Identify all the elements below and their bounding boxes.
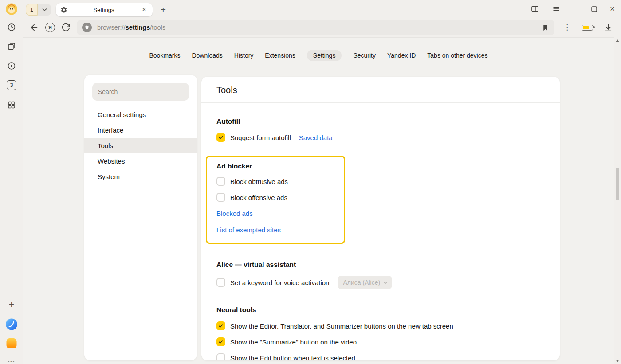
exempted-sites-link[interactable]: List of exempted sites [216, 225, 337, 235]
tab-extensions[interactable]: Extensions [265, 50, 295, 61]
scrollbar-thumb[interactable] [616, 168, 619, 200]
suggest-autofill-label: Suggest form autofill [230, 134, 291, 141]
minimize-button[interactable] [573, 9, 578, 9]
tab-yandex-id[interactable]: Yandex ID [387, 50, 416, 61]
alice-keyword-select-value: Алиса (Alice) [343, 279, 380, 286]
edit-button-checkbox[interactable] [216, 353, 225, 360]
chevron-down-icon [42, 8, 47, 12]
app-icon-orange[interactable] [6, 338, 17, 349]
page-title: Tools [216, 77, 545, 95]
neural-tools-heading: Neural tools [216, 306, 545, 314]
block-offensive-checkbox[interactable] [216, 193, 225, 202]
suggest-autofill-row: Suggest form autofill Saved data [216, 133, 545, 142]
check-icon [218, 134, 224, 141]
tabs-count-badge[interactable]: 3 [7, 80, 16, 90]
block-obtrusive-row: Block obtrusive ads [216, 176, 337, 186]
neural-row-edit-button: Show the Edit button when text is select… [216, 353, 545, 360]
title-bar: 1 Settings × + × [23, 0, 621, 18]
neural-row-summarize-video: Show the "Summarize" button on the video [216, 337, 545, 347]
new-tab-button[interactable]: + [158, 4, 168, 15]
tab-bookmarks[interactable]: Bookmarks [149, 50, 180, 61]
window-controls: × [531, 0, 615, 18]
autofill-heading: Autofill [216, 117, 545, 125]
search-input-wrap [92, 83, 189, 101]
address-bar[interactable]: browser://settings/tools [77, 20, 554, 35]
battery-fill [583, 26, 589, 29]
tab-security[interactable]: Security [353, 50, 376, 61]
profile-avatar[interactable] [6, 3, 18, 15]
editor-buttons-checkbox[interactable] [216, 321, 225, 330]
toolbar: Я browser://settings/tools ⋮ [23, 18, 621, 37]
block-offensive-label: Block offensive ads [230, 194, 287, 201]
mascot-icon [6, 3, 18, 15]
chevron-down-icon [383, 281, 388, 284]
url-emphasis: settings [126, 24, 150, 31]
blocked-ads-link[interactable]: Blocked ads [216, 209, 337, 219]
url-suffix: /tools [150, 24, 165, 31]
block-offensive-row: Block offensive ads [216, 192, 337, 202]
tab-strip: 1 Settings × + [26, 3, 168, 16]
maximize-button[interactable] [591, 6, 597, 12]
edit-button-label: Show the Edit button when text is select… [230, 354, 355, 361]
alice-keyword-label: Set a keyword for voice activation [230, 279, 329, 286]
tab-other-devices[interactable]: Tabs on other devices [427, 50, 487, 61]
sidebar-item-websites[interactable]: Websites [84, 153, 197, 169]
bookmark-icon[interactable] [542, 24, 549, 31]
ad-blocker-heading: Ad blocker [216, 162, 337, 170]
side-panel-icon[interactable] [531, 4, 539, 13]
tab-group-chevron[interactable] [38, 4, 51, 16]
sidebar-item-tools[interactable]: Tools [84, 138, 197, 153]
alice-keyword-select[interactable]: Алиса (Alice) [338, 276, 392, 289]
close-button[interactable]: × [610, 5, 615, 13]
url-text: browser://settings/tools [97, 24, 165, 31]
summarize-video-checkbox[interactable] [216, 337, 225, 346]
sidebar-item-general-settings[interactable]: General settings [84, 107, 197, 122]
downloads-icon[interactable] [604, 23, 613, 32]
block-obtrusive-checkbox[interactable] [216, 177, 225, 186]
tab-settings[interactable]: Settings [307, 50, 342, 61]
alice-keyword-checkbox[interactable] [216, 278, 225, 287]
menu-icon[interactable] [552, 5, 560, 13]
scroll-down-arrow[interactable] [616, 360, 619, 362]
battery-icon[interactable] [582, 25, 593, 31]
gear-icon [60, 6, 67, 13]
saved-data-link[interactable]: Saved data [299, 134, 333, 141]
scroll-up-arrow[interactable] [616, 39, 619, 42]
more-icon[interactable]: ••• [8, 359, 16, 364]
yandex-id-icon[interactable]: Я [45, 23, 55, 32]
history-icon[interactable] [7, 23, 16, 32]
scrollbar [614, 37, 621, 364]
back-button[interactable] [29, 23, 39, 32]
content-area: Bookmarks Downloads History Extensions S… [23, 37, 614, 364]
tab-close-icon[interactable]: × [140, 6, 148, 14]
check-icon [218, 339, 224, 345]
suggest-autofill-checkbox[interactable] [216, 133, 225, 142]
tab-downloads[interactable]: Downloads [192, 50, 223, 61]
feed-icon[interactable] [7, 42, 16, 51]
rail-add-icon[interactable]: + [9, 300, 14, 309]
alice-heading: Alice — virtual assistant [216, 261, 545, 269]
neural-row-editor-buttons: Show the Editor, Translator, and Summari… [216, 321, 545, 331]
settings-nav: Bookmarks Downloads History Extensions S… [23, 38, 614, 61]
alice-keyword-row: Set a keyword for voice activation Алиса… [216, 276, 545, 289]
tab-group-counter[interactable]: 1 [26, 4, 38, 16]
sidebar-item-system[interactable]: System [84, 169, 197, 184]
settings-sidebar: General settings Interface Tools Website… [84, 75, 197, 360]
tab-history[interactable]: History [234, 50, 254, 61]
block-obtrusive-label: Block obtrusive ads [230, 178, 288, 185]
url-prefix: browser:// [97, 24, 126, 31]
toolbar-menu-icon[interactable]: ⋮ [563, 24, 571, 31]
settings-content: Tools Autofill Suggest form autofill Sav… [201, 77, 560, 360]
editor-buttons-label: Show the Editor, Translator, and Summari… [230, 322, 453, 330]
protect-shield-icon[interactable] [82, 23, 92, 32]
video-icon[interactable] [7, 61, 16, 70]
sidebar-item-interface[interactable]: Interface [84, 122, 197, 138]
apps-grid-icon[interactable] [7, 100, 16, 110]
summarize-video-label: Show the "Summarize" button on the video [230, 338, 357, 346]
search-input[interactable] [92, 83, 189, 101]
browser-app-icon[interactable] [6, 318, 18, 330]
active-tab[interactable]: Settings × [56, 3, 153, 16]
divider [201, 102, 560, 103]
reload-button[interactable] [61, 23, 71, 32]
yandex-id-glyph: Я [48, 25, 52, 30]
